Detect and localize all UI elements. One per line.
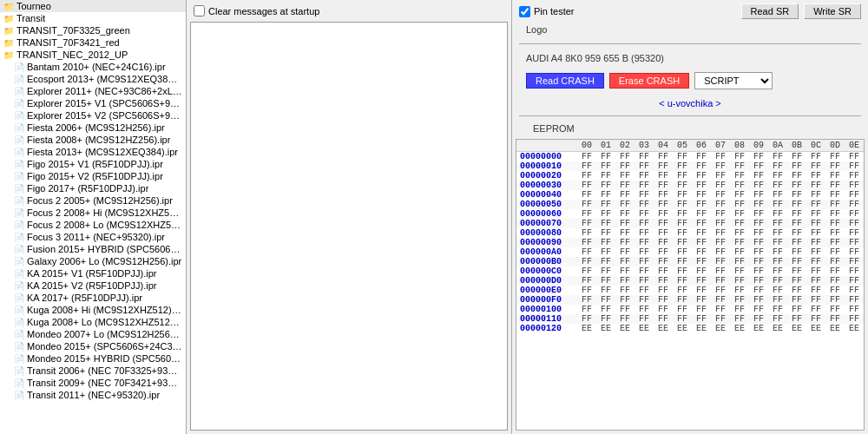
eeprom-cell: FF — [806, 161, 825, 171]
eeprom-cell: FF — [673, 152, 692, 162]
clear-messages-checkbox[interactable] — [194, 5, 205, 16]
eeprom-cell: FF — [768, 200, 787, 209]
list-item[interactable]: 📄Fiesta 2006+ (MC9S12H256).ipr — [0, 122, 186, 134]
eeprom-cell: FF — [596, 295, 615, 305]
eeprom-row: 00000100FFFFFFFFFFFFFFFFFFFFFFFFFFFFFFFF — [516, 305, 864, 314]
list-item[interactable]: 📄Transit 2006+ (NEC 70F3325+93C76).i — [0, 365, 186, 377]
list-item[interactable]: 📄Figo 2017+ (R5F10DPJJ).ipr — [0, 182, 186, 194]
list-item-label: Kuga 2008+ Hi (MC9S12XHZ512).ipr — [27, 305, 182, 315]
list-item-label: TRANSIT_70F3325_green — [16, 25, 130, 36]
list-item[interactable]: 📄Mondeo 2007+ Lo (MC9S12H256).ipr — [0, 328, 186, 340]
list-item[interactable]: 📄Galaxy 2006+ Lo (MC9S12H256).ipr — [0, 255, 186, 267]
list-item[interactable]: 📄Transit 2009+ (NEC 70F3421+93C76).i — [0, 377, 186, 389]
list-item[interactable]: 📄Explorer 2011+ (NEC+93C86+2xLCD).i — [0, 85, 186, 97]
eeprom-cell: EE — [825, 324, 845, 333]
eeprom-cell: FF — [711, 238, 730, 247]
eeprom-cell: FF — [730, 257, 749, 266]
erase-crash-button[interactable]: Erase CRASH — [609, 73, 689, 89]
list-item[interactable]: 📁TRANSIT_70F3325_green — [0, 24, 186, 36]
list-item[interactable]: 📁TRANSIT_NEC_2012_UP — [0, 49, 186, 61]
list-item[interactable]: 📄Focus 2 2005+ (MC9S12H256).ipr — [0, 194, 186, 207]
list-item[interactable]: 📄Mondeo 2015+ HYBRID (SPC5606S+9 — [0, 352, 186, 365]
eeprom-col-header: 01 — [596, 140, 615, 152]
eeprom-cell: FF — [615, 276, 635, 286]
list-item[interactable]: 📄Bantam 2010+ (NEC+24C16).ipr — [0, 61, 186, 73]
divider-1 — [519, 43, 861, 44]
user-link[interactable]: < u-vovchika > — [659, 96, 721, 110]
read-sr-button[interactable]: Read SR — [741, 3, 799, 19]
eeprom-cell: FF — [730, 286, 749, 295]
read-crash-button[interactable]: Read CRASH — [526, 73, 604, 89]
script-dropdown[interactable]: SCRIPT — [694, 72, 773, 89]
list-item[interactable]: 📄Kuga 2008+ Lo (MC9S12XHZ512).ipr — [0, 316, 186, 328]
eeprom-cell: FF — [635, 286, 654, 295]
middle-panel: Clear messages at startup — [187, 0, 512, 434]
list-item[interactable]: 📄Figo 2015+ V1 (R5F10DPJJ).ipr — [0, 158, 186, 170]
eeprom-cell: FF — [692, 181, 711, 190]
list-item[interactable]: 📄Transit 2011+ (NEC+95320).ipr — [0, 389, 186, 401]
list-item[interactable]: 📄Fiesta 2008+ (MC9S12HZ256).ipr — [0, 134, 186, 146]
eeprom-cell: FF — [635, 181, 654, 190]
list-item[interactable]: 📄KA 2015+ V1 (R5F10DPJJ).ipr — [0, 267, 186, 279]
list-item-label: Focus 2 2008+ Lo (MC9S12XHZ512).ipr — [27, 220, 182, 230]
eeprom-scroll[interactable]: 000102030405060708090A0B0C0D0E0F 0000000… — [516, 140, 864, 430]
list-item[interactable]: 📄Fusion 2015+ HYBRID (SPC5606S+93C — [0, 243, 186, 255]
eeprom-cell: FF — [787, 257, 806, 266]
eeprom-cell: EE — [673, 324, 692, 333]
list-item[interactable]: 📁TRANSIT_70F3421_red — [0, 36, 186, 49]
pin-tester-label[interactable]: Pin tester — [519, 6, 574, 17]
eeprom-cell: FF — [577, 238, 596, 247]
eeprom-row: 00000050FFFFFFFFFFFFFFFFFFFFFFFFFFFFFFFF — [516, 200, 864, 209]
list-item[interactable]: 📄KA 2017+ (R5F10DPJJ).ipr — [0, 292, 186, 304]
list-item-label: Focus 2 2008+ Hi (MC9S12XHZ512).ipr — [27, 207, 182, 218]
list-item[interactable]: 📄Mondeo 2015+ (SPC5606S+24C32) Vi: — [0, 340, 186, 352]
eeprom-cell: FF — [825, 200, 845, 209]
clear-messages-label[interactable]: Clear messages at startup — [194, 5, 319, 16]
eeprom-address: 00000120 — [516, 324, 577, 333]
list-item[interactable]: 📄KA 2015+ V2 (R5F10DPJJ).ipr — [0, 279, 186, 292]
eeprom-cell: FF — [577, 171, 596, 181]
eeprom-cell: EE — [577, 324, 596, 333]
file-icon: 📄 — [14, 342, 24, 352]
eeprom-address: 00000080 — [516, 228, 577, 238]
eeprom-cell: FF — [577, 181, 596, 190]
eeprom-cell: FF — [673, 190, 692, 200]
list-item[interactable]: 📄Figo 2015+ V2 (R5F10DPJJ).ipr — [0, 170, 186, 182]
file-icon: 📄 — [14, 281, 24, 291]
eeprom-cell: FF — [806, 276, 825, 286]
list-item[interactable]: 📄Explorer 2015+ V1 (SPC5606S+93C86+ — [0, 97, 186, 109]
write-sr-button[interactable]: Write SR — [804, 3, 861, 19]
eeprom-cell: FF — [673, 161, 692, 171]
list-item-label: Explorer 2011+ (NEC+93C86+2xLCD).i — [27, 86, 182, 96]
list-item[interactable]: 📄Kuga 2008+ Hi (MC9S12XHZ512).ipr — [0, 304, 186, 316]
eeprom-cell: FF — [787, 295, 806, 305]
eeprom-cell: FF — [749, 190, 768, 200]
eeprom-col-header: 0C — [806, 140, 825, 152]
eeprom-cell: FF — [596, 238, 615, 247]
list-item[interactable]: 📄Focus 2 2008+ Lo (MC9S12XHZ512).ipr — [0, 219, 186, 231]
list-item[interactable]: 📄Focus 3 2011+ (NEC+95320).ipr — [0, 231, 186, 243]
eeprom-cell: FF — [711, 181, 730, 190]
file-list[interactable]: 📁Tourneo📁Transit📁TRANSIT_70F3325_green📁T… — [0, 0, 186, 434]
list-item-label: KA 2015+ V2 (R5F10DPJJ).ipr — [27, 280, 157, 291]
eeprom-cell: FF — [749, 295, 768, 305]
list-item[interactable]: 📄Ecosport 2013+ (MC9S12XEQ384).ipr — [0, 73, 186, 85]
list-item[interactable]: 📁Tourneo — [0, 0, 186, 12]
eeprom-cell: FF — [730, 200, 749, 209]
eeprom-cell: FF — [673, 209, 692, 219]
eeprom-table-container[interactable]: 000102030405060708090A0B0C0D0E0F 0000000… — [516, 139, 865, 431]
list-item-label: Tourneo — [16, 1, 51, 11]
eeprom-cell: FF — [615, 171, 635, 181]
eeprom-cell: FF — [635, 257, 654, 266]
eeprom-cell: EE — [711, 324, 730, 333]
eeprom-cell: FF — [615, 295, 635, 305]
list-item[interactable]: 📄Fiesta 2013+ (MC9S12XEQ384).ipr — [0, 146, 186, 158]
list-item[interactable]: 📄Focus 2 2008+ Hi (MC9S12XHZ512).ipr — [0, 207, 186, 219]
eeprom-cell: FF — [577, 314, 596, 324]
eeprom-cell: FF — [787, 152, 806, 162]
eeprom-cell: FF — [577, 276, 596, 286]
eeprom-addr-header — [516, 140, 577, 152]
pin-tester-checkbox[interactable] — [519, 6, 530, 17]
list-item[interactable]: 📁Transit — [0, 12, 186, 24]
list-item[interactable]: 📄Explorer 2015+ V2 (SPC5606S+93C86+ — [0, 109, 186, 122]
